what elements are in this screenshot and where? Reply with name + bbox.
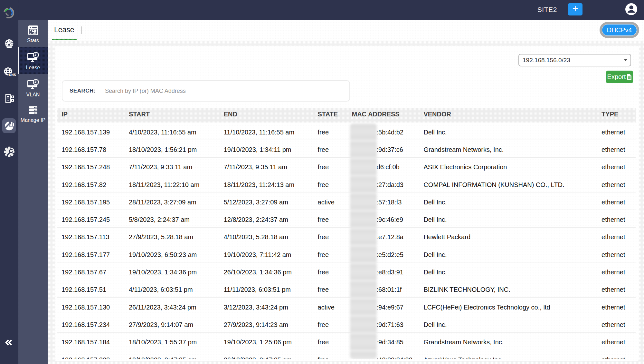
svg-text:DNS: DNS xyxy=(9,73,16,77)
